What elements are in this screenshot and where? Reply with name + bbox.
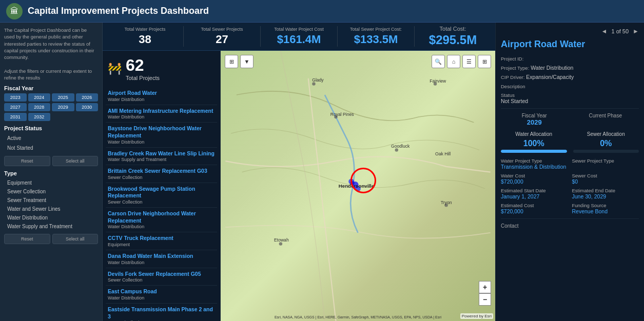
map-zoom-controls: + − [479, 281, 491, 306]
project-type: Sewer Collection [108, 277, 215, 283]
status-row: Status Not Started [501, 92, 639, 104]
sewer-cost-label: Sewer Cost [572, 173, 639, 178]
total-water-cost-value: $161.4M [265, 33, 333, 46]
project-type-grid: Water Project Type Transmission & Distri… [501, 158, 639, 170]
map-home-button[interactable]: ⌂ [447, 55, 460, 68]
type-water-distribution[interactable]: Water Distribution [4, 213, 98, 222]
svg-text:Oak Hill: Oak Hill [435, 151, 451, 156]
total-sewer-cost-stat: Total Sewer Project Cost: $133.5M [342, 27, 410, 46]
sidebar-description: The Capital Project Dashboard can be use… [4, 27, 98, 81]
map-zoom-in-button[interactable]: + [479, 281, 491, 293]
water-project-type-item: Water Project Type Transmission & Distri… [501, 158, 568, 170]
project-type: Water Distribution [108, 139, 215, 145]
project-name: Eastside Transmission Main Phase 2 and 3 [108, 306, 215, 320]
prev-arrow[interactable]: ◄ [601, 28, 608, 35]
map-layers-button[interactable]: ⊞ [225, 55, 238, 68]
type-equipment[interactable]: Equipment [4, 178, 98, 187]
dates-grid: Estimated Start Date January 1, 2027 Est… [501, 188, 639, 199]
status-active[interactable]: Active [4, 133, 98, 143]
cost-funding-grid: Estimated Cost $720,000 Funding Source R… [501, 203, 639, 214]
estimated-cost-value: $720,000 [501, 208, 568, 214]
list-item[interactable]: Brittain Creek Sewer Replacement G03 Sew… [106, 165, 217, 183]
water-project-type-label: Water Project Type [501, 158, 568, 164]
type-water-supply-treatment[interactable]: Water Supply and Treatment [4, 222, 98, 231]
estimated-cost-label: Estimated Cost [501, 203, 568, 208]
stat-divider-3 [337, 26, 338, 47]
fy-2023[interactable]: 2023 [4, 93, 27, 102]
app-title: Capital Improvement Projects Dashboard [28, 6, 209, 16]
cip-driver-value: Expansion/Capacity [526, 74, 574, 80]
sewer-project-type-item: Sewer Project Type [572, 158, 639, 170]
svg-point-6 [279, 242, 282, 245]
svg-text:Glady: Glady [312, 77, 324, 83]
svg-text:Royal Pines: Royal Pines [330, 112, 354, 117]
fy-2029[interactable]: 2029 [52, 103, 74, 111]
svg-text:Tryon: Tryon [441, 200, 452, 205]
main-layout: The Capital Project Dashboard can be use… [0, 23, 644, 321]
fiscal-year-item: Fiscal Year 2029 [501, 113, 568, 126]
list-item[interactable]: Brookwood Sewage Pump Station Replacemen… [106, 183, 217, 208]
fy-2025[interactable]: 2025 [52, 93, 74, 102]
list-item[interactable]: Devils Fork Sewer Replacement G05 Sewer … [106, 268, 217, 286]
project-name: Carson Drive Neighborhood Water Replacem… [108, 210, 215, 224]
start-date-value: January 1, 2027 [501, 193, 568, 199]
water-project-type-value: Transmission & Distribution [501, 164, 568, 170]
description-label: Description [501, 84, 525, 89]
list-item[interactable]: Dana Road Water Main Extension Water Dis… [106, 250, 217, 268]
allocation-grid: Water Allocation 100% Sewer Allocation 0… [501, 131, 639, 153]
list-item[interactable]: Baystone Drive Neighborhood Water Replac… [106, 123, 217, 147]
project-type: Water Distribution [108, 114, 215, 119]
cip-driver-label: CIP Driver: [501, 74, 524, 80]
project-type-row: Project Type: Water Distribution [501, 65, 639, 71]
fy-2032[interactable]: 2032 [28, 113, 51, 121]
fy-2027[interactable]: 2027 [4, 103, 27, 111]
list-item[interactable]: Eastside Transmission Main Phase 2 and 3… [106, 304, 217, 321]
project-name: Baystone Drive Neighborhood Water Replac… [108, 125, 215, 139]
type-water-sewer-lines[interactable]: Water and Sewer Lines [4, 205, 98, 213]
header: 🏛 Capital Improvement Projects Dashboard [0, 0, 644, 23]
map-list-button[interactable]: ☰ [462, 55, 476, 68]
svg-text:Hendersonville: Hendersonville [339, 183, 375, 189]
list-item[interactable]: CCTV Truck Replacement Equipment [106, 232, 217, 250]
type-label: Type [4, 170, 98, 176]
map-attribution: Esri, NASA, NGA, USGS | Esri, HERE, Garm… [223, 315, 493, 319]
map-grid-button[interactable]: ⊞ [478, 55, 491, 68]
fiscal-current-phase-row: Fiscal Year 2029 Current Phase [501, 113, 639, 126]
next-arrow[interactable]: ► [633, 28, 639, 35]
fy-2031[interactable]: 2031 [4, 113, 27, 121]
start-date-label: Estimated Start Date [501, 188, 568, 193]
cip-driver-row: CIP Driver: Expansion/Capacity [501, 74, 639, 80]
total-projects-value: 62 [126, 56, 160, 75]
navigation-bar: ◄ 1 of 50 ► [501, 28, 639, 35]
water-allocation-fill [501, 150, 567, 153]
fy-2030[interactable]: 2030 [76, 103, 99, 111]
sewer-cost-value: $0 [572, 178, 639, 185]
traffic-cone-icon: 🚧 [108, 62, 122, 75]
list-item[interactable]: Bradley Creek Raw Water Line Slip Lining… [106, 148, 217, 166]
type-select-all-button[interactable]: Select all [52, 234, 99, 244]
status-not-started[interactable]: Not Started [4, 143, 98, 153]
list-item[interactable]: Airport Road Water Water Distribution [106, 87, 217, 105]
fy-2024[interactable]: 2024 [28, 93, 51, 102]
map-dropdown-button[interactable]: ▼ [240, 55, 253, 68]
type-sewer-treatment[interactable]: Sewer Treatment [4, 196, 98, 205]
total-sewer-projects-value: 27 [188, 33, 256, 46]
map-search-button[interactable]: 🔍 [432, 55, 445, 68]
cost-grid: Water Cost $720,000 Sewer Cost $0 [501, 173, 639, 185]
fy-2026[interactable]: 2026 [76, 93, 99, 102]
water-allocation-bar [501, 150, 567, 153]
type-sewer-collection[interactable]: Sewer Collection [4, 187, 98, 196]
type-reset-button[interactable]: Reset [4, 234, 50, 244]
map-area[interactable]: Glady Royal Pines Goodluck Fairview Hend… [221, 51, 495, 321]
stat-divider-1 [183, 26, 184, 47]
list-item[interactable]: Carson Drive Neighborhood Water Replacem… [106, 208, 217, 232]
list-item[interactable]: AMI Metering Infrastructure Replacement … [106, 105, 217, 123]
fy-2028[interactable]: 2028 [28, 103, 51, 111]
list-item[interactable]: East Campus Road Water Distribution [106, 286, 217, 304]
status-select-all-button[interactable]: Select all [52, 156, 99, 166]
total-water-cost-label: Total Water Project Cost [265, 27, 333, 32]
map-zoom-out-button[interactable]: − [479, 293, 491, 306]
total-water-projects-stat: Total Water Projects 38 [111, 27, 179, 46]
status-reset-button[interactable]: Reset [4, 156, 50, 166]
svg-point-4 [434, 82, 437, 85]
